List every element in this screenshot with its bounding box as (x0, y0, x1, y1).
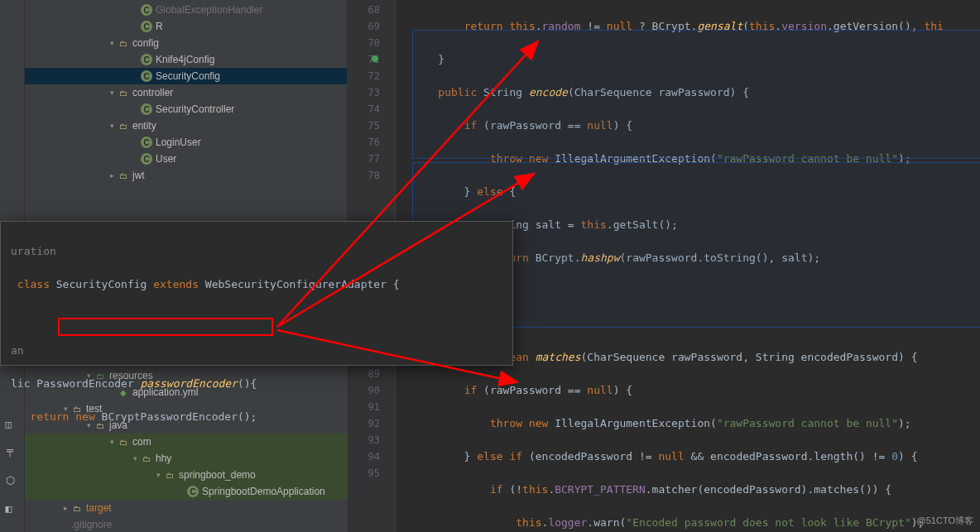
tree-item-label: User (156, 153, 176, 165)
tree-item[interactable]: CUser (25, 151, 347, 167)
tree-item[interactable]: CLoginUser (25, 134, 347, 151)
tree-item-label: SecurityConfig (156, 70, 220, 82)
tree-item-label: R (156, 21, 163, 32)
folder-icon: 🗀 (118, 37, 129, 49)
watermark: @51CTO博客 (917, 515, 973, 527)
class-icon: C (141, 54, 152, 65)
tree-item-label: Knife4jConfig (156, 54, 214, 65)
folder-icon: 🗀 (118, 120, 129, 132)
tree-item-label: GlobalExceptionHandler (156, 4, 262, 16)
tree-item[interactable]: CSpringbootDemoApplication (25, 483, 348, 500)
tree-item[interactable]: .gitignore (25, 516, 348, 532)
class-icon: C (141, 4, 152, 16)
tree-item[interactable]: ▸🗀jwt (25, 167, 347, 184)
class-icon: C (141, 103, 152, 115)
tree-item[interactable]: CR (25, 18, 347, 35)
class-icon: C (141, 21, 152, 32)
tree-item[interactable]: CSecurityConfig (25, 68, 347, 84)
tree-item-label: jwt (132, 170, 145, 181)
tree-item-label: .gitignore (71, 519, 112, 530)
tree-item[interactable]: ▸🗀target (25, 500, 348, 516)
tree-item[interactable]: CGlobalExceptionHandler (25, 2, 347, 18)
class-icon: C (141, 137, 152, 148)
tree-item-label: SpringbootDemoApplication (202, 486, 325, 497)
code-overlay: uration class SecurityConfig extends Web… (0, 221, 513, 366)
tree-item-label: target (86, 502, 112, 514)
folder-icon: 🗀 (118, 87, 129, 98)
tree-item[interactable]: CSecurityController (25, 101, 347, 117)
class-icon: C (141, 153, 152, 165)
class-icon: C (187, 486, 199, 497)
tree-item[interactable]: ▾🗀springboot_demo (25, 467, 348, 483)
tree-item-label: LoginUser (156, 137, 201, 148)
database-icon[interactable]: ◧ (6, 502, 19, 515)
tree-item-label: entity (132, 120, 156, 132)
tree-item[interactable]: CKnife4jConfig (25, 51, 347, 68)
folder-icon: 🗀 (118, 170, 129, 181)
tree-item-label: controller (132, 87, 173, 98)
folder-icon: 🗀 (71, 502, 83, 514)
class-icon: C (141, 70, 152, 82)
folder-icon: 🗀 (164, 469, 175, 481)
tree-item-label: config (132, 37, 159, 49)
tree-item-label: springboot_demo (179, 469, 256, 481)
tree-item[interactable]: ▾🗀config (25, 35, 347, 51)
tree-item[interactable]: ▾🗀entity (25, 117, 347, 134)
tree-item[interactable]: ▾🗀controller (25, 84, 347, 101)
build-icon[interactable]: ⬡ (6, 474, 19, 487)
tree-item-label: SecurityController (156, 103, 234, 115)
